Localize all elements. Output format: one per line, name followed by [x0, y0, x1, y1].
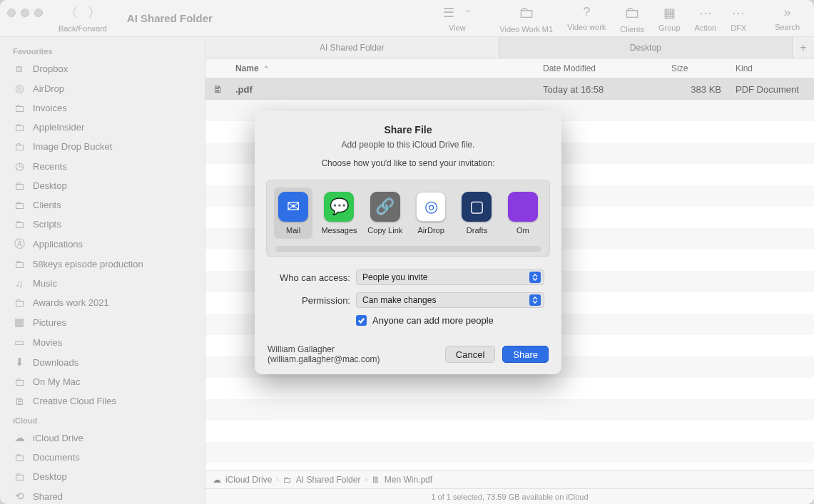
chevron-down-icon[interactable]: ⌄ — [464, 5, 471, 21]
access-value: People you invite — [362, 272, 427, 282]
view-switch[interactable]: ☰⌄ View — [443, 5, 471, 32]
sidebar-item[interactable]: ⟲Shared — [0, 486, 205, 504]
finder-window: 〈 〉 Back/Forward AI Shared Folder ☰⌄ Vie… — [0, 0, 814, 504]
action-menu[interactable]: ⋯ Action — [695, 5, 717, 32]
share-app-omni[interactable]: Om — [504, 187, 542, 239]
column-name[interactable]: Name⌃ — [228, 63, 536, 73]
folder-icon: 🗀 — [13, 258, 26, 270]
folder-icon: 🗀 — [13, 180, 26, 192]
sidebar-item[interactable]: 🗀Clients — [0, 195, 205, 215]
column-size[interactable]: Size — [664, 63, 728, 73]
chevron-right-icon: › — [365, 475, 367, 483]
folder-icon: 🗀 — [13, 470, 26, 483]
minimize-icon[interactable] — [21, 9, 29, 17]
folder-shortcut-0[interactable]: 🗀 Video Work M1 — [499, 4, 553, 34]
cell-kind: PDF Document — [728, 84, 814, 95]
pictures-icon: ▦ — [13, 316, 26, 329]
toolbar-folder-label: Clients — [620, 25, 644, 34]
anyone-checkbox[interactable] — [356, 315, 367, 326]
tab-inactive[interactable]: Desktop — [499, 37, 793, 58]
forward-icon[interactable]: 〉 — [88, 4, 101, 21]
permission-label: Permission: — [272, 295, 350, 306]
access-select[interactable]: People you invite — [356, 269, 544, 285]
dfx-label: DFX — [731, 24, 746, 32]
folder-shortcut-1[interactable]: ? Video work — [567, 5, 606, 31]
share-button[interactable]: Share — [502, 346, 549, 363]
share-app-messages[interactable]: 💬Messages — [320, 187, 358, 239]
chevrons-right-icon: » — [784, 5, 791, 20]
share-app-copylink[interactable]: 🔗Copy Link — [366, 187, 405, 239]
sidebar-item[interactable]: 🗀58keys episode production — [0, 254, 205, 274]
cancel-button[interactable]: Cancel — [445, 346, 495, 363]
download-icon: ⬇ — [13, 356, 26, 369]
back-forward-group[interactable]: 〈 〉 Back/Forward — [58, 4, 107, 33]
sidebar: Favourites⧈Dropbox◎AirDrop🗀Invoices🗀Appl… — [0, 37, 205, 504]
back-icon[interactable]: 〈 — [65, 4, 78, 21]
status-bar: 1 of 1 selected, 73.59 GB available on i… — [205, 488, 814, 504]
column-date[interactable]: Date Modified — [536, 63, 664, 73]
sort-asc-icon: ⌃ — [263, 65, 269, 73]
share-app-mail[interactable]: ✉Mail — [274, 187, 312, 239]
path-segment[interactable]: AI Shared Folder — [296, 475, 361, 485]
back-forward-label: Back/Forward — [58, 24, 107, 33]
sidebar-item[interactable]: ⬇Downloads — [0, 352, 205, 372]
file-icon: 🗎 — [13, 395, 26, 407]
apps-scrollbar[interactable] — [275, 246, 541, 252]
grid-icon: ▦ — [663, 5, 676, 21]
sidebar-item-label: Applications — [33, 239, 83, 250]
sidebar-item[interactable]: 🗀Scripts — [0, 215, 205, 234]
column-kind[interactable]: Kind — [728, 63, 814, 73]
sidebar-item[interactable]: ◎AirDrop — [0, 78, 205, 98]
tab-bar: AI Shared Folder Desktop + — [205, 37, 814, 58]
sidebar-item[interactable]: 🗀Invoices — [0, 98, 205, 118]
sidebar-item-label: On My Mac — [33, 376, 80, 387]
toolbar-overflow[interactable]: » Search — [775, 5, 800, 31]
sidebar-item[interactable]: ⧈Dropbox — [0, 58, 205, 78]
airdrop-icon: ◎ — [416, 192, 446, 222]
sidebar-item[interactable]: ⒶApplications — [0, 234, 205, 254]
sidebar-item[interactable]: 🗀Image Drop Bucket — [0, 137, 205, 156]
tab-active[interactable]: AI Shared Folder — [205, 37, 499, 58]
sidebar-item[interactable]: 🗀Awards work 2021 — [0, 293, 205, 312]
sidebar-item[interactable]: 🗎Creative Cloud Files — [0, 391, 205, 411]
sidebar-item[interactable]: ▦Pictures — [0, 312, 205, 332]
sidebar-section-header: iCloud — [0, 411, 205, 428]
zoom-icon[interactable] — [34, 9, 43, 17]
sidebar-item[interactable]: 🗀Documents — [0, 448, 205, 467]
close-icon[interactable] — [7, 9, 16, 17]
sidebar-item[interactable]: 🗀Desktop — [0, 467, 205, 486]
window-title: AI Shared Folder — [127, 12, 213, 24]
access-label: Who can access: — [272, 272, 350, 283]
dialog-user: William Gallagher (william.gallagher@mac… — [268, 344, 438, 364]
table-row[interactable]: 🗎.pdfToday at 16:58383 KBPDF Document — [205, 78, 814, 100]
sidebar-item[interactable]: 🗀Desktop — [0, 176, 205, 195]
toolbar-folder-label: Video Work M1 — [499, 25, 553, 34]
list-view-icon[interactable]: ☰ — [443, 5, 454, 21]
share-app-airdrop[interactable]: ◎AirDrop — [412, 187, 450, 239]
permission-select[interactable]: Can make changes — [356, 292, 544, 308]
folder-shortcut-3[interactable]: ▦ Group — [658, 5, 681, 32]
sidebar-item[interactable]: ◷Recents — [0, 156, 205, 176]
share-app-label: Drafts — [467, 226, 487, 235]
new-tab-button[interactable]: + — [793, 37, 814, 58]
share-app-label: Messages — [321, 226, 357, 235]
sidebar-item[interactable]: ▭Movies — [0, 332, 205, 352]
tab-label: Desktop — [630, 43, 661, 53]
folder-shortcut-2[interactable]: 🗀 Clients — [620, 4, 644, 34]
window-controls[interactable] — [7, 9, 43, 17]
sidebar-item[interactable]: ♫Music — [0, 274, 205, 293]
share-app-drafts[interactable]: ▢Drafts — [457, 187, 496, 239]
sidebar-item[interactable]: 🗀On My Mac — [0, 372, 205, 391]
cloud-icon: ☁ — [13, 431, 26, 444]
dfx-button[interactable]: ⋯ DFX — [731, 5, 746, 32]
path-segment[interactable]: Men Win.pdf — [385, 475, 432, 485]
folder-icon: 🗀 — [624, 4, 640, 22]
sidebar-item[interactable]: ☁iCloud Drive — [0, 428, 205, 448]
folder-icon: 🗀 — [13, 199, 26, 211]
sidebar-item-label: 58keys episode production — [33, 259, 143, 269]
chevron-right-icon: › — [276, 475, 278, 483]
share-dialog: Share File Add people to this iCloud Dri… — [255, 111, 561, 374]
path-segment[interactable]: iCloud Drive — [225, 475, 272, 485]
sidebar-item[interactable]: 🗀AppleInsider — [0, 118, 205, 137]
sidebar-item-label: Scripts — [33, 219, 61, 230]
